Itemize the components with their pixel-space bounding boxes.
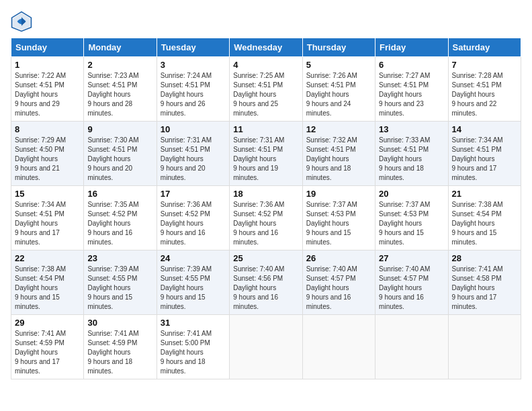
column-header-wednesday: Wednesday [230,38,302,57]
column-header-sunday: Sunday [11,38,84,57]
day-info: Sunrise: 7:39 AM Sunset: 4:55 PM Dayligh… [161,265,226,312]
calendar-header: SundayMondayTuesdayWednesdayThursdayFrid… [11,38,521,57]
calendar-cell: 9 Sunrise: 7:30 AM Sunset: 4:51 PM Dayli… [84,122,157,186]
day-number: 3 [161,60,226,70]
day-info: Sunrise: 7:41 AM Sunset: 4:59 PM Dayligh… [15,329,80,376]
day-info: Sunrise: 7:38 AM Sunset: 4:54 PM Dayligh… [15,265,80,312]
day-number: 31 [161,318,226,328]
day-number: 22 [15,253,80,263]
day-info: Sunrise: 7:40 AM Sunset: 4:56 PM Dayligh… [233,265,298,312]
day-info: Sunrise: 7:36 AM Sunset: 4:52 PM Dayligh… [233,200,298,247]
calendar-cell: 2 Sunrise: 7:23 AM Sunset: 4:51 PM Dayli… [84,57,157,122]
day-number: 7 [452,60,517,70]
day-info: Sunrise: 7:41 AM Sunset: 4:58 PM Dayligh… [452,265,517,312]
calendar-cell: 24 Sunrise: 7:39 AM Sunset: 4:55 PM Dayl… [157,250,229,315]
calendar-cell: 8 Sunrise: 7:29 AM Sunset: 4:50 PM Dayli… [11,122,84,186]
calendar-cell: 18 Sunrise: 7:36 AM Sunset: 4:52 PM Dayl… [230,186,302,250]
day-number: 15 [15,189,80,199]
calendar-cell: 19 Sunrise: 7:37 AM Sunset: 4:53 PM Dayl… [302,186,375,250]
calendar-cell: 26 Sunrise: 7:40 AM Sunset: 4:57 PM Dayl… [302,250,375,315]
day-info: Sunrise: 7:25 AM Sunset: 4:51 PM Dayligh… [233,71,298,118]
day-info: Sunrise: 7:31 AM Sunset: 4:51 PM Dayligh… [233,136,298,183]
calendar-cell: 4 Sunrise: 7:25 AM Sunset: 4:51 PM Dayli… [230,57,302,122]
day-number: 21 [452,189,517,199]
day-number: 11 [233,124,298,134]
day-info: Sunrise: 7:37 AM Sunset: 4:53 PM Dayligh… [306,200,371,247]
day-number: 8 [15,124,80,134]
calendar-week-4: 22 Sunrise: 7:38 AM Sunset: 4:54 PM Dayl… [11,250,521,315]
calendar-cell: 5 Sunrise: 7:26 AM Sunset: 4:51 PM Dayli… [302,57,375,122]
day-info: Sunrise: 7:37 AM Sunset: 4:53 PM Dayligh… [379,200,444,247]
day-info: Sunrise: 7:36 AM Sunset: 4:52 PM Dayligh… [161,200,226,247]
day-info: Sunrise: 7:27 AM Sunset: 4:51 PM Dayligh… [379,71,444,118]
day-info: Sunrise: 7:24 AM Sunset: 4:51 PM Dayligh… [161,71,226,118]
calendar-cell: 31 Sunrise: 7:41 AM Sunset: 5:00 PM Dayl… [157,315,229,379]
calendar-cell: 1 Sunrise: 7:22 AM Sunset: 4:51 PM Dayli… [11,57,84,122]
calendar-cell: 10 Sunrise: 7:31 AM Sunset: 4:51 PM Dayl… [157,122,229,186]
day-number: 30 [87,318,152,328]
calendar-week-5: 29 Sunrise: 7:41 AM Sunset: 4:59 PM Dayl… [11,315,521,379]
calendar-cell: 6 Sunrise: 7:27 AM Sunset: 4:51 PM Dayli… [375,57,448,122]
calendar-cell: 29 Sunrise: 7:41 AM Sunset: 4:59 PM Dayl… [11,315,84,379]
day-info: Sunrise: 7:23 AM Sunset: 4:51 PM Dayligh… [87,71,152,118]
logo [11,11,35,32]
column-header-tuesday: Tuesday [157,38,229,57]
day-number: 14 [452,124,517,134]
calendar-cell: 28 Sunrise: 7:41 AM Sunset: 4:58 PM Dayl… [448,250,521,315]
calendar-cell [302,315,375,379]
day-number: 20 [379,189,444,199]
day-info: Sunrise: 7:41 AM Sunset: 5:00 PM Dayligh… [161,329,226,376]
calendar-week-2: 8 Sunrise: 7:29 AM Sunset: 4:50 PM Dayli… [11,122,521,186]
calendar-cell: 7 Sunrise: 7:28 AM Sunset: 4:51 PM Dayli… [448,57,521,122]
calendar-week-1: 1 Sunrise: 7:22 AM Sunset: 4:51 PM Dayli… [11,57,521,122]
calendar-cell: 16 Sunrise: 7:35 AM Sunset: 4:52 PM Dayl… [84,186,157,250]
calendar-cell [375,315,448,379]
day-number: 1 [15,60,80,70]
calendar-cell: 22 Sunrise: 7:38 AM Sunset: 4:54 PM Dayl… [11,250,84,315]
calendar-cell: 20 Sunrise: 7:37 AM Sunset: 4:53 PM Dayl… [375,186,448,250]
day-number: 18 [233,189,298,199]
logo-icon [11,11,32,32]
day-number: 28 [452,253,517,263]
day-info: Sunrise: 7:26 AM Sunset: 4:51 PM Dayligh… [306,71,371,118]
calendar-body: 1 Sunrise: 7:22 AM Sunset: 4:51 PM Dayli… [11,57,521,379]
day-number: 4 [233,60,298,70]
calendar-cell: 15 Sunrise: 7:34 AM Sunset: 4:51 PM Dayl… [11,186,84,250]
day-number: 2 [87,60,152,70]
calendar-cell [230,315,302,379]
day-number: 25 [233,253,298,263]
day-number: 5 [306,60,371,70]
column-header-friday: Friday [375,38,448,57]
day-info: Sunrise: 7:34 AM Sunset: 4:51 PM Dayligh… [452,136,517,183]
calendar-cell: 25 Sunrise: 7:40 AM Sunset: 4:56 PM Dayl… [230,250,302,315]
day-info: Sunrise: 7:31 AM Sunset: 4:51 PM Dayligh… [161,136,226,183]
day-number: 27 [379,253,444,263]
day-number: 10 [161,124,226,134]
calendar-cell: 13 Sunrise: 7:33 AM Sunset: 4:51 PM Dayl… [375,122,448,186]
day-info: Sunrise: 7:30 AM Sunset: 4:51 PM Dayligh… [87,136,152,183]
day-info: Sunrise: 7:38 AM Sunset: 4:54 PM Dayligh… [452,200,517,247]
day-number: 17 [161,189,226,199]
page-header [11,11,521,32]
calendar-cell: 30 Sunrise: 7:41 AM Sunset: 4:59 PM Dayl… [84,315,157,379]
calendar: SundayMondayTuesdayWednesdayThursdayFrid… [11,38,521,379]
day-number: 16 [87,189,152,199]
day-number: 19 [306,189,371,199]
day-info: Sunrise: 7:33 AM Sunset: 4:51 PM Dayligh… [379,136,444,183]
calendar-cell: 27 Sunrise: 7:40 AM Sunset: 4:57 PM Dayl… [375,250,448,315]
calendar-cell: 3 Sunrise: 7:24 AM Sunset: 4:51 PM Dayli… [157,57,229,122]
day-number: 26 [306,253,371,263]
day-info: Sunrise: 7:35 AM Sunset: 4:52 PM Dayligh… [87,200,152,247]
calendar-cell: 23 Sunrise: 7:39 AM Sunset: 4:55 PM Dayl… [84,250,157,315]
calendar-cell: 17 Sunrise: 7:36 AM Sunset: 4:52 PM Dayl… [157,186,229,250]
calendar-cell: 11 Sunrise: 7:31 AM Sunset: 4:51 PM Dayl… [230,122,302,186]
day-number: 13 [379,124,444,134]
day-info: Sunrise: 7:34 AM Sunset: 4:51 PM Dayligh… [15,200,80,247]
day-number: 29 [15,318,80,328]
day-number: 9 [87,124,152,134]
calendar-cell: 12 Sunrise: 7:32 AM Sunset: 4:51 PM Dayl… [302,122,375,186]
calendar-cell: 14 Sunrise: 7:34 AM Sunset: 4:51 PM Dayl… [448,122,521,186]
day-info: Sunrise: 7:40 AM Sunset: 4:57 PM Dayligh… [306,265,371,312]
day-info: Sunrise: 7:28 AM Sunset: 4:51 PM Dayligh… [452,71,517,118]
day-number: 6 [379,60,444,70]
